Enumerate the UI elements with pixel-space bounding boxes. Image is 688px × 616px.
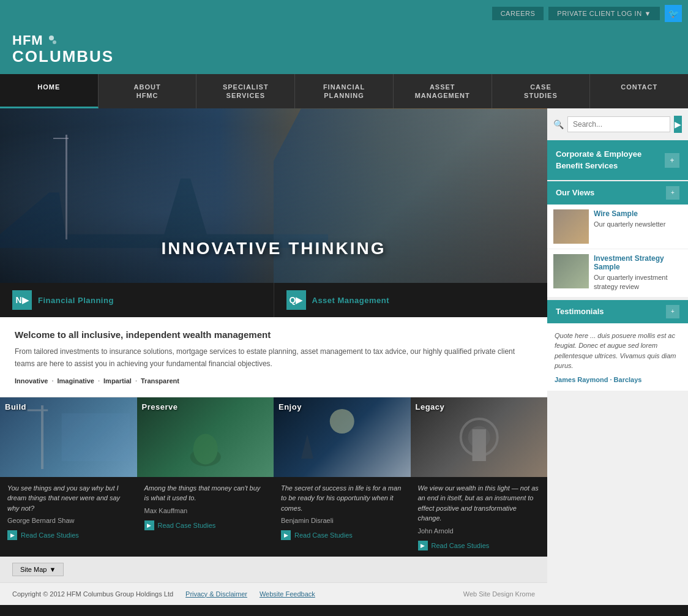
sitemap-arrow-icon: ▼ [49, 566, 56, 573]
investment-name: Investment Strategy Sample [594, 254, 682, 271]
main-nav: HOME ABOUTHFMC SPECIALISTSERVICES FINANC… [0, 74, 688, 109]
svg-rect-3 [28, 409, 48, 411]
nav-specialist[interactable]: SPECIALISTSERVICES [196, 74, 295, 109]
copyright-text: Copyright © 2012 HFM Columbus Group Hold… [12, 590, 173, 598]
right-sidebar: 🔍 ▶ Corporate & Employee Benefit Service… [547, 108, 688, 604]
hero-image: INNOVATIVE THINKING [0, 108, 547, 283]
card-build-author: George Bernard Shaw [7, 517, 130, 524]
card-preserve-image: Preserve [137, 397, 274, 477]
search-bar: 🔍 ▶ [547, 108, 688, 140]
welcome-text: From tailored investments to insurance s… [15, 346, 533, 369]
nav-financial[interactable]: FINANCIALPLANNING [295, 74, 394, 109]
asset-management-icon: Q▶ [286, 290, 306, 310]
tag-transparent: Transparent [141, 377, 179, 385]
svg-point-0 [49, 36, 54, 40]
welcome-tags: Innovative · Imaginative · Impartial · T… [15, 377, 533, 385]
careers-button[interactable]: CAREERS [492, 7, 544, 20]
card-legacy-link[interactable]: ▶ Read Case Studies [418, 541, 540, 550]
investment-desc: Our quarterly investment strategy review [594, 273, 682, 292]
testimonial-box: Quote here ... duis posuere mollis est a… [547, 323, 688, 391]
testimonial-quote: Quote here ... duis posuere mollis est a… [555, 331, 681, 371]
svg-rect-4 [62, 413, 130, 461]
tag-impartial: Impartial [103, 377, 132, 385]
financial-planning-icon: N▶ [12, 290, 32, 310]
website-feedback-link[interactable]: Website Feedback [260, 590, 315, 598]
card-build-quote: You see things and you say why but I dre… [7, 483, 130, 514]
tag-innovative: Innovative [15, 377, 48, 385]
card-enjoy-quote: The secret of success in life is for a m… [281, 483, 403, 514]
main-wrapper: INNOVATIVE THINKING N▶ Financial Plannin… [0, 108, 688, 604]
twitter-button[interactable]: 🐦 [665, 5, 682, 22]
card-preserve-content: Among the things that money can't buy is… [137, 477, 274, 536]
corporate-benefits-box[interactable]: Corporate & Employee Benefit Services + [547, 140, 688, 179]
card-build-content: You see things and you say why but I dre… [0, 477, 137, 547]
search-go-button[interactable]: ▶ [674, 116, 682, 133]
asset-management-label: Asset Management [312, 296, 389, 305]
card-enjoy-image: Enjoy [274, 397, 411, 477]
privacy-disclaimer-link[interactable]: Privacy & Disclaimer [185, 590, 247, 598]
left-column: INNOVATIVE THINKING N▶ Financial Plannin… [0, 108, 547, 604]
logo-hfm: HFM [12, 33, 43, 48]
investment-thumbnail [553, 254, 589, 288]
svg-rect-2 [41, 405, 43, 469]
quick-link-financial[interactable]: N▶ Financial Planning [0, 283, 274, 317]
wire-name: Wire Sample [594, 209, 682, 218]
sitemap-bar: Site Map ▼ [0, 557, 547, 582]
search-go-icon: ▶ [675, 119, 681, 129]
tag-sep-3: · [135, 377, 137, 385]
testimonial-author: James Raymond · Barclays [555, 376, 681, 383]
search-icon: 🔍 [553, 119, 564, 129]
login-arrow-icon: ▼ [645, 10, 651, 17]
wire-info: Wire Sample Our quarterly newsletter [594, 209, 682, 244]
card-legacy-content: We view our wealth in this light — not a… [411, 477, 548, 557]
card-build-link-icon: ▶ [7, 530, 17, 540]
card-preserve-author: Max Kauffman [144, 507, 267, 514]
nav-about[interactable]: ABOUTHFMC [99, 74, 197, 109]
svg-point-1 [53, 40, 56, 44]
nav-case[interactable]: CASESTUDIES [492, 74, 591, 109]
testimonials-title: Testimonials [556, 307, 604, 316]
design-credit: Web Site Design Krome [463, 590, 535, 598]
welcome-section: Welcome to all inclusive, independent we… [0, 317, 547, 397]
card-enjoy-author: Benjamin Disraeli [281, 517, 403, 524]
logo[interactable]: HFM COLUMBUS [12, 33, 676, 66]
card-legacy-link-label: Read Case Studies [432, 542, 490, 549]
card-legacy-author: John Arnold [418, 527, 540, 535]
our-views-title: Our Views [556, 188, 594, 197]
card-build-link-label: Read Case Studies [21, 531, 79, 539]
card-build: Build You see things and you say why but… [0, 397, 137, 557]
card-enjoy-link-icon: ▶ [281, 530, 291, 540]
card-build-image: Build [0, 397, 137, 477]
card-preserve-quote: Among the things that money can't buy is… [144, 483, 267, 503]
nav-contact[interactable]: CONTACT [590, 74, 688, 109]
search-input[interactable] [567, 116, 670, 132]
card-preserve-link[interactable]: ▶ Read Case Studies [144, 520, 267, 530]
logo-bar: HFM COLUMBUS [0, 27, 688, 74]
svg-point-7 [330, 409, 354, 434]
sitemap-button[interactable]: Site Map ▼ [12, 563, 64, 576]
nav-home[interactable]: HOME [0, 74, 99, 109]
footer: Copyright © 2012 HFM Columbus Group Hold… [0, 582, 547, 605]
tag-sep-2: · [98, 377, 100, 385]
testimonials-header[interactable]: Testimonials + [547, 300, 688, 323]
card-enjoy-content: The secret of success in life is for a m… [274, 477, 411, 547]
logo-columbus: COLUMBUS [12, 48, 676, 66]
view-item-wire[interactable]: Wire Sample Our quarterly newsletter [547, 205, 688, 249]
cards-grid: Build You see things and you say why but… [0, 397, 547, 557]
card-legacy-link-icon: ▶ [418, 541, 428, 550]
view-item-investment[interactable]: Investment Strategy Sample Our quarterly… [547, 249, 688, 298]
footer-left: Copyright © 2012 HFM Columbus Group Hold… [12, 590, 315, 598]
nav-asset[interactable]: ASSETMANAGEMENT [394, 74, 492, 109]
card-build-link[interactable]: ▶ Read Case Studies [7, 530, 130, 540]
svg-rect-10 [472, 429, 485, 461]
our-views-header[interactable]: Our Views + [547, 181, 688, 205]
hero-text: INNOVATIVE THINKING [161, 239, 386, 258]
card-preserve-link-icon: ▶ [144, 520, 154, 530]
wire-thumbnail [553, 209, 589, 244]
quick-link-asset[interactable]: Q▶ Asset Management [274, 283, 548, 317]
testimonials-arrow-icon: + [666, 305, 679, 318]
wire-desc: Our quarterly newsletter [594, 220, 682, 229]
private-client-login-button[interactable]: PRIVATE CLIENT LOG IN ▼ [548, 7, 660, 20]
corporate-title: Corporate & Employee Benefit Services [556, 149, 665, 171]
card-enjoy-link[interactable]: ▶ Read Case Studies [281, 530, 403, 540]
